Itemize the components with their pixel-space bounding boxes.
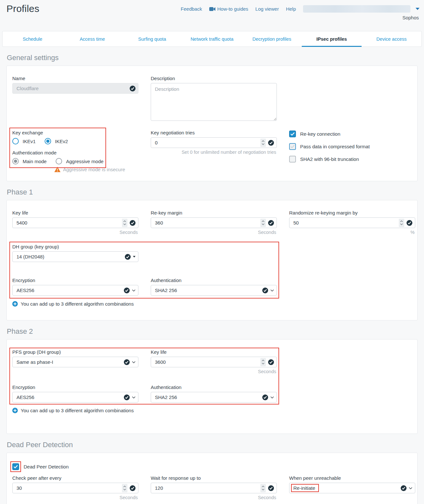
p2-add-combination-row: You can add up to 3 different algorithm … xyxy=(12,408,415,413)
description-label: Description xyxy=(151,76,277,81)
tab-access-time[interactable]: Access time xyxy=(62,31,122,47)
chevron-down-icon[interactable] xyxy=(416,8,419,10)
account-menu[interactable] xyxy=(303,5,410,13)
compressed-format-checkbox[interactable] xyxy=(289,143,296,150)
valid-check-icon xyxy=(125,254,131,260)
tab-decryption-profiles[interactable]: Decryption profiles xyxy=(242,31,302,47)
dpd-check-peer-value[interactable] xyxy=(16,485,119,491)
p1-key-life-input[interactable] xyxy=(12,217,138,228)
dpd-wait-input[interactable] xyxy=(151,483,277,493)
p1-encryption-value: AES256 xyxy=(16,288,34,293)
brand-label: Sophos xyxy=(402,15,419,20)
phase2-card: PFS group (DH group) Same as phase-I Key… xyxy=(6,339,418,434)
p1-rekey-margin-unit: Seconds xyxy=(151,230,277,235)
valid-check-icon xyxy=(130,220,136,226)
key-exchange-options: IKEv1 IKEv2 xyxy=(12,138,138,144)
p2-encryption-select[interactable]: AES256 xyxy=(12,392,138,403)
p2-key-life-input[interactable] xyxy=(151,357,277,367)
sha2-truncation-row: SHA2 with 96-bit truncation xyxy=(289,156,415,163)
description-textarea[interactable] xyxy=(151,83,277,121)
dropdown-caret-icon xyxy=(133,256,136,257)
tab-schedule[interactable]: Schedule xyxy=(3,31,62,47)
p2-encryption-group: Encryption AES256 xyxy=(12,384,138,403)
tab-surfing-quota[interactable]: Surfing quota xyxy=(122,31,182,47)
aggressive-mode-radio[interactable] xyxy=(56,158,62,164)
stepper-icon[interactable] xyxy=(260,139,266,147)
key-negotiation-value[interactable] xyxy=(155,140,258,145)
p1-algorithm-group: DH group (key group) 14 (DH2048) Encrypt… xyxy=(12,244,415,296)
chevron-down-icon xyxy=(270,396,274,399)
p1-randomize-input[interactable] xyxy=(289,217,415,228)
dpd-enable-checkbox[interactable] xyxy=(12,463,19,470)
general-settings-heading: General settings xyxy=(7,54,418,62)
sha2-truncation-checkbox[interactable] xyxy=(289,156,296,163)
stepper-icon[interactable] xyxy=(122,219,127,227)
valid-check-icon xyxy=(130,485,136,491)
p2-authentication-label: Authentication xyxy=(151,384,277,390)
stepper-icon[interactable] xyxy=(260,484,266,492)
rekey-connection-row: Re-key connection xyxy=(289,131,415,137)
description-field-group: Description xyxy=(151,76,277,122)
aggressive-mode-label: Aggressive mode xyxy=(66,159,103,164)
stepper-icon[interactable] xyxy=(399,219,404,227)
p1-encryption-select[interactable]: AES256 xyxy=(12,285,138,296)
p1-key-life-value[interactable] xyxy=(16,220,119,226)
name-label: Name xyxy=(12,76,138,81)
compressed-format-label: Pass data in compressed format xyxy=(300,144,370,149)
chevron-down-icon xyxy=(132,396,136,399)
p1-randomize-value[interactable] xyxy=(293,220,396,226)
dpd-check-peer-unit: Seconds xyxy=(12,495,138,500)
p2-authentication-value: SHA2 256 xyxy=(155,394,177,400)
ikev2-radio[interactable] xyxy=(45,138,51,144)
dpd-wait-group: Wait for response up to Seconds xyxy=(151,475,277,500)
p1-rekey-margin-input[interactable] xyxy=(151,217,277,228)
header-links: Feedback How-to guides Log viewer Help xyxy=(181,3,419,13)
key-exchange-label: Key exchange xyxy=(12,130,138,135)
tab-device-access[interactable]: Device access xyxy=(362,31,421,47)
ikev1-radio[interactable] xyxy=(12,138,19,144)
dpd-when-value-wrap: Re-initiate xyxy=(293,485,315,491)
key-negotiation-label: Key negotiation tries xyxy=(151,130,277,135)
valid-check-icon xyxy=(262,288,268,293)
log-viewer-link[interactable]: Log viewer xyxy=(255,6,279,12)
tab-ipsec-profiles[interactable]: IPsec profiles xyxy=(302,31,362,47)
howto-guides-link[interactable]: How-to guides xyxy=(209,6,248,12)
howto-guides-label: How-to guides xyxy=(217,6,248,12)
main-mode-radio[interactable] xyxy=(12,158,19,164)
p1-authentication-label: Authentication xyxy=(151,278,277,283)
tab-network-traffic-quota[interactable]: Network traffic quota xyxy=(182,31,242,47)
stepper-icon[interactable] xyxy=(260,219,266,227)
key-negotiation-group: Key negotiation tries Set 0 for unlimite… xyxy=(151,130,277,155)
stepper-icon[interactable] xyxy=(260,358,266,366)
key-negotiation-input[interactable] xyxy=(151,137,277,148)
name-input[interactable] xyxy=(12,83,138,94)
add-plus-icon[interactable] xyxy=(12,301,18,307)
p1-dh-group-select[interactable]: 14 (DH2048) xyxy=(12,251,138,262)
p2-pfs-group: PFS group (DH group) Same as phase-I xyxy=(12,349,138,367)
stepper-icon[interactable] xyxy=(122,484,127,492)
tab-bar: Schedule Access time Surfing quota Netwo… xyxy=(2,31,422,47)
p2-key-life-value[interactable] xyxy=(155,359,258,365)
rekey-connection-label: Re-key connection xyxy=(300,131,340,137)
p1-authentication-select[interactable]: SHA2 256 xyxy=(151,285,277,296)
dpd-when-select[interactable]: Re-initiate xyxy=(289,483,415,493)
p1-encryption-label: Encryption xyxy=(12,278,138,283)
dpd-wait-unit: Seconds xyxy=(151,495,277,500)
dpd-wait-label: Wait for response up to xyxy=(151,475,277,481)
p1-authentication-value: SHA2 256 xyxy=(155,288,177,293)
key-negotiation-help: Set 0 for unlimited number of negotiatio… xyxy=(151,150,277,155)
p1-add-combination-row: You can add up to 3 different algorithm … xyxy=(12,301,415,307)
p2-pfs-group-select[interactable]: Same as phase-I xyxy=(12,357,138,367)
dpd-check-peer-input[interactable] xyxy=(12,483,138,493)
p2-authentication-select[interactable]: SHA2 256 xyxy=(151,392,277,403)
p1-rekey-margin-value[interactable] xyxy=(155,220,258,226)
aggressive-warning-row: Aggressive mode is insecure xyxy=(54,167,138,172)
dpd-wait-value[interactable] xyxy=(155,485,258,491)
add-plus-icon[interactable] xyxy=(12,408,18,413)
chevron-down-icon xyxy=(409,487,412,489)
p2-authentication-group: Authentication SHA2 256 xyxy=(151,384,277,403)
feedback-link[interactable]: Feedback xyxy=(181,6,202,12)
phase1-heading: Phase 1 xyxy=(7,188,418,196)
rekey-connection-checkbox[interactable] xyxy=(289,131,296,137)
help-link[interactable]: Help xyxy=(286,6,296,12)
